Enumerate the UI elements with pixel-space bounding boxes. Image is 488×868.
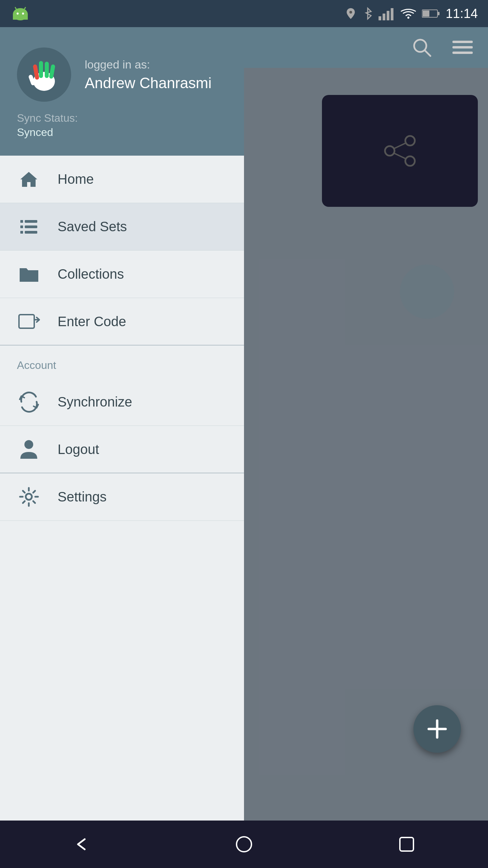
menu-label-saved-sets: Saved Sets xyxy=(58,219,127,234)
svg-rect-8 xyxy=(379,16,381,20)
hamburger-icon[interactable] xyxy=(451,36,474,59)
home-nav-button[interactable] xyxy=(227,827,261,861)
square-nav-icon xyxy=(395,832,419,856)
home-nav-icon xyxy=(232,832,256,856)
svg-line-24 xyxy=(394,143,406,149)
menu-label-enter-code: Enter Code xyxy=(58,314,126,329)
svg-rect-18 xyxy=(452,41,473,43)
sync-status: Sync Status: Synced xyxy=(17,112,227,139)
location-icon xyxy=(344,7,358,20)
drawer-menu: Home Saved Sets xyxy=(0,156,244,821)
svg-rect-34 xyxy=(20,220,23,223)
svg-point-4 xyxy=(22,13,24,15)
svg-rect-20 xyxy=(452,52,473,54)
svg-rect-31 xyxy=(45,62,49,78)
menu-label-settings: Settings xyxy=(58,489,107,505)
app-logo xyxy=(17,47,71,102)
svg-point-12 xyxy=(407,17,409,19)
list-icon xyxy=(17,215,41,239)
svg-rect-19 xyxy=(452,46,473,48)
menu-label-synchronize: Synchronize xyxy=(58,394,132,410)
svg-point-21 xyxy=(405,136,415,145)
svg-rect-30 xyxy=(39,61,43,78)
svg-line-17 xyxy=(425,50,430,56)
account-section-label: Account xyxy=(0,346,244,378)
drawer-header: logged in as: Andrew Chanrasmi Sync Stat… xyxy=(0,27,244,156)
svg-point-44 xyxy=(237,837,251,852)
svg-line-25 xyxy=(394,153,406,159)
menu-label-logout: Logout xyxy=(58,442,99,457)
menu-item-saved-sets[interactable]: Saved Sets xyxy=(0,203,244,251)
menu-label-home: Home xyxy=(58,172,94,187)
menu-item-settings[interactable]: Settings xyxy=(0,473,244,521)
navigation-drawer: logged in as: Andrew Chanrasmi Sync Stat… xyxy=(0,27,244,821)
svg-point-42 xyxy=(24,440,33,449)
svg-rect-15 xyxy=(438,12,440,15)
settings-icon xyxy=(17,485,41,509)
time-display: 11:14 xyxy=(446,6,478,21)
svg-rect-14 xyxy=(423,11,429,17)
svg-point-43 xyxy=(26,494,32,500)
battery-icon xyxy=(422,8,441,19)
recents-button[interactable] xyxy=(390,827,424,861)
signal-icon xyxy=(378,7,395,20)
menu-item-synchronize[interactable]: Synchronize xyxy=(0,378,244,426)
enter-code-icon xyxy=(17,310,41,333)
svg-rect-40 xyxy=(19,315,34,328)
svg-rect-10 xyxy=(387,11,389,20)
folder-icon xyxy=(17,262,41,286)
home-icon xyxy=(17,167,41,191)
bluetooth-icon xyxy=(363,7,373,20)
android-icon xyxy=(10,3,30,24)
svg-rect-9 xyxy=(383,14,385,20)
menu-item-logout[interactable]: Logout xyxy=(0,426,244,473)
status-bar-right: 11:14 xyxy=(344,6,478,21)
menu-item-home[interactable]: Home xyxy=(0,156,244,203)
sync-icon xyxy=(17,390,41,414)
fab-add-button[interactable] xyxy=(413,705,461,753)
wifi-icon xyxy=(400,7,417,20)
svg-rect-35 xyxy=(25,220,37,223)
circle-overlay-2 xyxy=(400,264,454,319)
svg-point-3 xyxy=(17,13,19,15)
back-icon xyxy=(69,832,93,856)
search-icon[interactable] xyxy=(410,36,434,59)
menu-item-enter-code[interactable]: Enter Code xyxy=(0,298,244,346)
status-bar-left xyxy=(10,3,30,24)
bottom-nav-bar xyxy=(0,821,488,868)
svg-rect-36 xyxy=(20,225,23,228)
person-icon xyxy=(17,437,41,461)
back-button[interactable] xyxy=(64,827,98,861)
share-card xyxy=(322,95,478,207)
add-icon xyxy=(424,715,451,743)
svg-point-23 xyxy=(405,156,415,166)
status-bar: 11:14 xyxy=(0,0,488,27)
app-logo-icon xyxy=(24,54,64,95)
svg-rect-2 xyxy=(13,16,28,20)
svg-rect-29 xyxy=(33,64,40,80)
drawer-user-row: logged in as: Andrew Chanrasmi xyxy=(17,47,227,102)
share-icon xyxy=(383,134,417,168)
svg-point-22 xyxy=(385,146,394,156)
sync-status-value: Synced xyxy=(17,126,227,139)
user-info: logged in as: Andrew Chanrasmi xyxy=(85,58,211,92)
menu-item-collections[interactable]: Collections xyxy=(0,251,244,298)
svg-rect-38 xyxy=(20,231,23,234)
svg-rect-11 xyxy=(391,8,393,20)
svg-rect-32 xyxy=(49,64,55,79)
svg-rect-37 xyxy=(25,225,37,228)
svg-rect-45 xyxy=(400,837,413,851)
menu-label-collections: Collections xyxy=(58,267,124,282)
svg-point-7 xyxy=(349,11,352,14)
logged-in-label: logged in as: xyxy=(85,58,211,71)
sync-status-label: Sync Status: xyxy=(17,112,227,124)
svg-rect-39 xyxy=(25,231,37,234)
username-display: Andrew Chanrasmi xyxy=(85,75,211,92)
